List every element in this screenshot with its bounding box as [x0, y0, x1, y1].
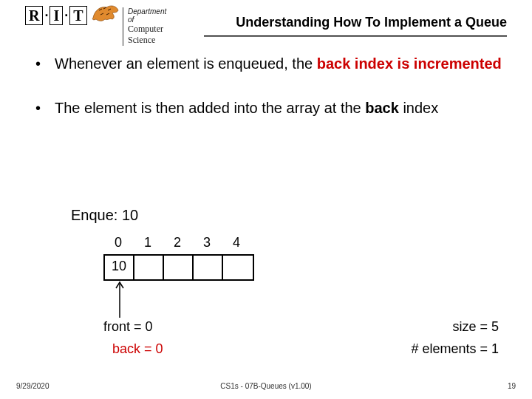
array-cell-1 — [134, 256, 164, 279]
rit-letter-i: I — [50, 6, 63, 25]
elements-label: # elements = 1 — [411, 341, 499, 357]
array-row: 10 — [103, 254, 254, 281]
index-3: 3 — [192, 235, 222, 250]
bullet-2-text-b: back — [365, 100, 399, 116]
tiger-icon — [92, 3, 120, 27]
dept-label: Department of Computer Science — [123, 7, 166, 46]
bullet-2: The element is then added into the array… — [35, 99, 502, 118]
title-underline — [204, 35, 507, 37]
index-1: 1 — [133, 235, 163, 250]
rit-letter-t: T — [69, 6, 86, 25]
rit-letter-r: R — [25, 6, 43, 25]
index-4: 4 — [222, 235, 251, 250]
back-label: back = 0 — [112, 341, 163, 357]
front-label: front = 0 — [103, 319, 153, 335]
bullet-2-text-a: The element is then added into the array… — [55, 100, 365, 116]
footer-page: 19 — [508, 382, 516, 390]
bullet-1-text-a: Whenever an element is enqueued, the — [55, 55, 317, 72]
index-2: 2 — [163, 235, 192, 250]
dept-line1: Department of — [128, 7, 166, 24]
rit-dot-1: · — [44, 8, 48, 24]
index-row: 0 1 2 3 4 — [103, 235, 251, 250]
array-cell-3 — [194, 256, 223, 279]
bullet-2-text-c: index — [399, 100, 438, 116]
pointer-arrow-icon — [114, 279, 126, 319]
footer-course: CS1s - 07B-Queues (v1.00) — [0, 382, 532, 390]
rit-dot-2: · — [64, 8, 68, 24]
index-0: 0 — [103, 235, 133, 250]
bullet-1-text-b: back index is incremented — [317, 55, 502, 72]
array-cell-2 — [164, 256, 194, 279]
page-title: Understanding How To Implement a Queue — [236, 15, 507, 30]
array-cell-4 — [223, 256, 253, 279]
size-label: size = 5 — [452, 319, 499, 335]
bullet-1: Whenever an element is enqueued, the bac… — [35, 55, 502, 74]
enque-label: Enque: 10 — [71, 207, 138, 224]
array-cell-0: 10 — [105, 256, 134, 279]
rit-logo: R · I · T Department of Computer Science — [25, 6, 87, 25]
dept-line2: Computer Science — [128, 24, 166, 46]
